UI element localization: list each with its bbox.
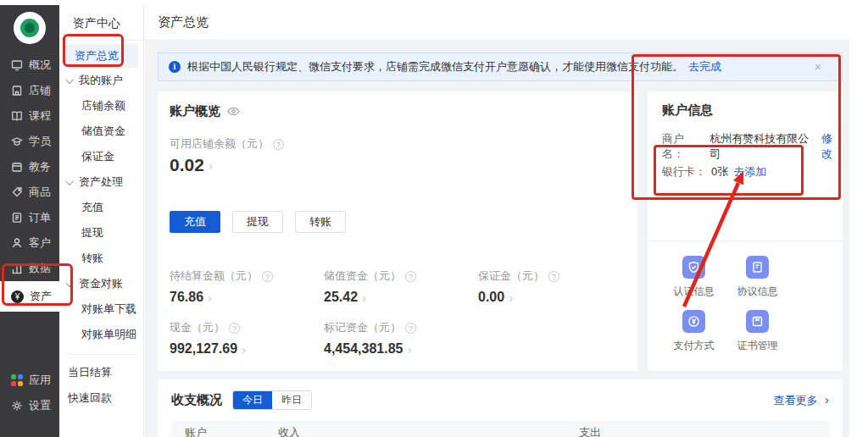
question-icon[interactable]: ? bbox=[405, 323, 416, 334]
submenu-item-asset-overview[interactable]: 资产总览 bbox=[66, 44, 138, 68]
submenu-item-quick-payment[interactable]: 快速回款 bbox=[59, 385, 143, 411]
app-window: 概况 店铺 课程 学员 教务 商品 订单 客户 bbox=[0, 0, 868, 437]
submenu-item-withdraw[interactable]: 提现 bbox=[59, 220, 143, 246]
submenu-group-label: 资产处理 bbox=[79, 174, 123, 190]
tile-payment-method[interactable]: 支付方式 bbox=[662, 310, 726, 353]
day-tabs: 今日 昨日 bbox=[232, 390, 312, 410]
overview-icon bbox=[11, 59, 23, 71]
course-icon bbox=[11, 110, 23, 122]
tab-today[interactable]: 今日 bbox=[233, 391, 272, 409]
stat-value-link[interactable]: 25.42› bbox=[324, 290, 478, 305]
stat-value-link[interactable]: 992,127.69› bbox=[170, 341, 324, 357]
youzan-logo-icon bbox=[14, 12, 46, 44]
column-header-expense: 支出 bbox=[579, 425, 601, 437]
banner-close-icon[interactable]: × bbox=[815, 60, 821, 74]
stat-value-link[interactable]: 4,454,381.85› bbox=[324, 341, 478, 357]
bank-card-label: 银行卡： bbox=[662, 164, 706, 180]
sidebar-item-course[interactable]: 课程 bbox=[0, 103, 59, 129]
submenu-item-transfer[interactable]: 转账 bbox=[59, 246, 143, 271]
bank-card-row: 银行卡： 0张 去添加 bbox=[662, 164, 766, 180]
sidebar-item-assets[interactable]: ¥ 资产 bbox=[0, 281, 59, 312]
sidebar-item-label: 店铺 bbox=[29, 83, 51, 98]
balance-value-link[interactable]: 0.02 › bbox=[170, 155, 626, 175]
account-overview-title: 账户概览 bbox=[170, 103, 220, 119]
submenu-item-recharge[interactable]: 充值 bbox=[59, 195, 143, 220]
sidebar-item-shop[interactable]: 店铺 bbox=[0, 78, 59, 103]
card-divider bbox=[648, 241, 843, 241]
goods-icon bbox=[11, 186, 23, 198]
sidebar-item-order[interactable]: 订单 bbox=[0, 205, 59, 230]
sidebar-item-academic[interactable]: 教务 bbox=[0, 154, 59, 180]
sidebar-item-label: 商品 bbox=[29, 185, 51, 200]
stat-value-link[interactable]: 0.00› bbox=[478, 290, 626, 305]
account-info-title: 账户信息 bbox=[662, 102, 713, 119]
merchant-label: 商户名： bbox=[662, 131, 704, 162]
primary-sidebar: 概况 店铺 课程 学员 教务 商品 订单 客户 bbox=[0, 5, 59, 437]
eye-icon[interactable] bbox=[227, 107, 240, 116]
merchant-edit-link[interactable]: 修改 bbox=[821, 131, 843, 162]
stat-stored-funds: 储值资金（元）? 25.42› bbox=[324, 268, 478, 305]
tile-label: 证书管理 bbox=[737, 339, 778, 353]
submenu-item-same-day-settlement[interactable]: 当日结算 bbox=[59, 360, 143, 385]
submenu-group-my-account[interactable]: 我的账户 bbox=[59, 68, 143, 93]
sidebar-item-label: 设置 bbox=[29, 398, 51, 413]
bank-card-add-link[interactable]: 去添加 bbox=[733, 164, 766, 180]
assets-icon: ¥ bbox=[11, 290, 24, 303]
chevron-down-icon bbox=[65, 75, 74, 84]
sidebar-item-label: 课程 bbox=[29, 108, 51, 124]
stat-label: 待结算金额（元） bbox=[170, 268, 258, 284]
merchant-name-row: 商户名： 杭州有赞科技有限公司 修改 bbox=[662, 131, 843, 162]
submenu-item-stored-funds[interactable]: 储值资金 bbox=[59, 119, 143, 144]
sidebar-item-settings[interactable]: 设置 bbox=[0, 393, 59, 418]
stat-value: 25.42 bbox=[324, 290, 358, 305]
column-header-income: 收入 bbox=[278, 425, 579, 437]
asset-submenu: 资产中心 资产总览 我的账户 店铺余额 储值资金 保证金 资产处理 充值 提现 … bbox=[59, 5, 144, 437]
submenu-item-shop-balance[interactable]: 店铺余额 bbox=[59, 93, 143, 119]
page-title: 资产总览 bbox=[158, 14, 209, 30]
tab-yesterday[interactable]: 昨日 bbox=[272, 391, 311, 409]
shop-icon bbox=[11, 85, 23, 97]
sidebar-item-apps[interactable]: 应用 bbox=[0, 368, 59, 393]
question-icon[interactable]: ? bbox=[229, 323, 240, 334]
main-content: 资产总览 i 根据中国人民银行规定、微信支付要求，店铺需完成微信支付开户意愿确认… bbox=[145, 5, 849, 437]
recharge-button[interactable]: 充值 bbox=[170, 211, 220, 233]
question-icon[interactable]: ? bbox=[273, 139, 284, 150]
stat-value: 4,454,381.85 bbox=[324, 341, 403, 357]
sidebar-item-overview[interactable]: 概况 bbox=[0, 53, 59, 78]
tile-certification-info[interactable]: 认证信息 bbox=[662, 256, 726, 299]
chevron-down-icon bbox=[65, 177, 74, 185]
question-icon[interactable]: ? bbox=[548, 271, 559, 282]
sidebar-item-customer[interactable]: 客户 bbox=[0, 230, 59, 256]
sidebar-item-data[interactable]: 数据 bbox=[0, 256, 59, 281]
submenu-group-asset-handling[interactable]: 资产处理 bbox=[59, 169, 143, 195]
withdraw-button[interactable]: 提现 bbox=[232, 211, 283, 233]
view-more-link[interactable]: 查看更多 › bbox=[773, 392, 829, 408]
sidebar-item-goods[interactable]: 商品 bbox=[0, 180, 59, 205]
submenu-item-statement-detail[interactable]: 对账单明细 bbox=[59, 322, 143, 347]
submenu-item-deposit[interactable]: 保证金 bbox=[59, 144, 143, 169]
submenu-item-statement-download[interactable]: 对账单下载 bbox=[59, 296, 143, 322]
question-icon[interactable]: ? bbox=[262, 271, 273, 282]
sidebar-item-student[interactable]: 学员 bbox=[0, 129, 59, 154]
chevron-right-icon: › bbox=[242, 342, 246, 357]
chevron-right-icon: › bbox=[825, 392, 829, 407]
data-icon bbox=[11, 263, 23, 274]
chevron-right-icon: › bbox=[407, 342, 411, 357]
question-icon[interactable]: ? bbox=[405, 271, 416, 282]
order-icon bbox=[11, 212, 23, 224]
stat-value-link[interactable]: 76.86› bbox=[170, 290, 324, 305]
tile-agreement-info[interactable]: 协议信息 bbox=[726, 256, 789, 299]
chevron-down-icon bbox=[65, 279, 74, 287]
table-header-row: 账户 收入 支出 bbox=[171, 421, 829, 437]
sidebar-item-label: 订单 bbox=[29, 210, 51, 225]
stat-label: 保证金（元） bbox=[478, 268, 544, 284]
academic-icon bbox=[11, 161, 23, 173]
submenu-group-reconciliation[interactable]: 资金对账 bbox=[59, 271, 143, 296]
banner-complete-link[interactable]: 去完成 bbox=[688, 59, 721, 75]
brand-logo[interactable] bbox=[0, 5, 59, 53]
stat-value: 0.00 bbox=[478, 290, 504, 305]
submenu-group-label: 资金对账 bbox=[79, 276, 123, 291]
stat-pending-settlement: 待结算金额（元）? 76.86› bbox=[170, 268, 324, 305]
tile-certificate-management[interactable]: 证书管理 bbox=[726, 310, 789, 353]
transfer-button[interactable]: 转账 bbox=[295, 211, 346, 233]
